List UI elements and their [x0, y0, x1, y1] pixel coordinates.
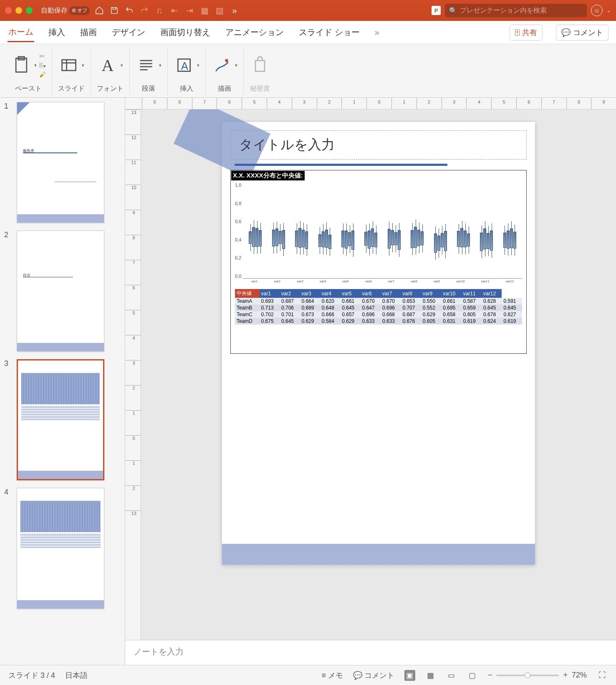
svg-text:A: A	[181, 60, 189, 72]
redo-icon[interactable]	[139, 5, 150, 16]
thumb-number: 3	[4, 359, 13, 480]
group-insert: A ▾ 挿入	[168, 47, 206, 95]
notes-toggle[interactable]: ≡ メモ	[321, 670, 343, 680]
textbox-icon[interactable]: A	[174, 55, 194, 76]
zoom-out-icon[interactable]: −	[488, 671, 492, 680]
subtitle: X.X. XXXX分布と中央値:	[231, 171, 305, 180]
zoom-slider[interactable]	[496, 675, 559, 676]
copy-icon[interactable]: ⎘▾	[39, 62, 46, 69]
group-sensitivity: 秘密度	[244, 47, 276, 95]
autosave-label: 自動保存	[41, 6, 68, 15]
notes-placeholder: ノートを入力	[134, 647, 184, 656]
sorter-view-icon[interactable]: ▦	[425, 670, 436, 681]
tab-design[interactable]: デザイン	[111, 23, 146, 41]
new-slide-icon[interactable]	[58, 55, 79, 76]
share-button[interactable]: ⍐共有	[510, 25, 543, 41]
language[interactable]: 日本語	[65, 670, 88, 680]
ribbon-tabs: ホーム 挿入 描画 デザイン 画面切り替え アニメーション スライド ショー »…	[0, 21, 616, 44]
group-label: 描画	[218, 84, 231, 93]
minimize-window-icon[interactable]	[15, 7, 22, 14]
qat-icon-1[interactable]: ⎌	[154, 5, 165, 16]
slide-dropdown-icon[interactable]: ▾	[82, 63, 84, 68]
group-paragraph: ▾ 段落	[130, 47, 168, 95]
fit-window-icon[interactable]: ⛶	[597, 670, 608, 681]
tab-animations[interactable]: アニメーション	[225, 23, 285, 41]
thumb-number: 2	[4, 231, 13, 352]
tab-slideshow[interactable]: スライド ショー	[298, 23, 361, 41]
undo-icon[interactable]	[124, 5, 135, 16]
editor: 9876543210123456789 13121110987654321012…	[125, 98, 616, 665]
drawing-icon[interactable]	[212, 55, 232, 76]
qat-icon-4[interactable]: ▦	[199, 5, 210, 16]
comment-button[interactable]: 💬コメント	[556, 25, 608, 41]
paste-dropdown-icon[interactable]: ▾	[34, 63, 37, 68]
tabs-more-icon[interactable]: »	[374, 24, 380, 41]
slide-thumbnails[interactable]: 1 報告書 2 目次 3 4	[0, 98, 125, 665]
ruler-vertical[interactable]: 1312111098765432101213	[125, 109, 141, 640]
maximize-window-icon[interactable]	[26, 7, 33, 14]
group-label: 挿入	[180, 84, 193, 93]
paste-icon[interactable]	[11, 55, 32, 76]
cut-icon[interactable]: ✂	[39, 52, 46, 60]
save-icon[interactable]	[109, 5, 120, 16]
group-label: フォント	[97, 84, 124, 93]
ruler-horizontal[interactable]: 9876543210123456789	[125, 98, 616, 109]
tab-transitions[interactable]: 画面切り替え	[159, 23, 211, 41]
thumbnail-slide-4[interactable]	[17, 488, 104, 609]
title-text: タイトルを入力	[239, 136, 335, 154]
qat-icon-2[interactable]: ⇤	[169, 5, 180, 16]
drawing-dropdown-icon[interactable]: ▾	[235, 63, 237, 68]
paragraph-dropdown-icon[interactable]: ▾	[159, 63, 162, 68]
title-placeholder[interactable]: タイトルを入力	[230, 130, 527, 160]
search-input[interactable]: 🔍 プレゼンテーション内を検索	[445, 4, 587, 17]
thumbnail-slide-3[interactable]	[17, 359, 104, 480]
tab-draw[interactable]: 描画	[79, 23, 98, 41]
zoom-control[interactable]: − + 72%	[488, 671, 587, 680]
qat-icon-3[interactable]: ⇥	[184, 5, 195, 16]
qat-more-icon[interactable]: »	[229, 5, 240, 16]
zoom-level[interactable]: 72%	[572, 671, 587, 680]
group-font: A ▾ フォント	[91, 47, 130, 95]
slideshow-view-icon[interactable]: ▢	[467, 670, 478, 681]
window-controls	[5, 7, 33, 14]
svg-point-11	[225, 59, 228, 62]
notes-pane[interactable]: ノートを入力	[125, 640, 616, 665]
autosave-toggle[interactable]: 自動保存 オフ	[41, 6, 90, 15]
title-underline	[235, 164, 447, 166]
font-icon[interactable]: A	[97, 55, 118, 76]
search-icon: 🔍	[449, 7, 457, 15]
format-painter-icon[interactable]: 🖌	[39, 71, 46, 79]
font-dropdown-icon[interactable]: ▾	[121, 63, 123, 68]
normal-view-icon[interactable]: ▣	[404, 670, 415, 681]
thumb-number: 1	[4, 102, 13, 223]
paragraph-icon[interactable]	[136, 55, 157, 76]
close-window-icon[interactable]	[5, 7, 12, 14]
group-label: 秘密度	[250, 84, 270, 93]
home-icon[interactable]	[94, 5, 105, 16]
thumbnail-slide-1[interactable]: 報告書	[17, 102, 104, 223]
titlebar: 自動保存 オフ ⎌ ⇤ ⇥ ▦ ▧ » P 🔍 プレゼンテーション内を検索 ☺ …	[0, 0, 616, 21]
share-icon: ⍐	[515, 28, 520, 37]
chevron-down-icon[interactable]: ⌄	[607, 8, 611, 13]
qat-icon-5[interactable]: ▧	[214, 5, 225, 16]
zoom-in-icon[interactable]: +	[563, 671, 568, 680]
content-box[interactable]: X.X. XXXX分布と中央値: 1,0 0,8 0,6 0,4 0,2 0,0	[230, 170, 527, 354]
group-label: 段落	[142, 84, 155, 93]
insert-dropdown-icon[interactable]: ▾	[197, 63, 199, 68]
slide[interactable]: タイトルを入力 X.X. XXXX分布と中央値: 1,0 0,8 0,6 0	[222, 122, 535, 565]
slide-canvas[interactable]: タイトルを入力 X.X. XXXX分布と中央値: 1,0 0,8 0,6 0	[141, 109, 616, 640]
main-area: 1 報告書 2 目次 3 4	[0, 98, 616, 665]
comments-toggle[interactable]: 💬 コメント	[353, 670, 394, 680]
group-clipboard: ▾ ✂ ⎘▾ 🖌 ペースト	[5, 47, 52, 95]
feedback-icon[interactable]: ☺	[591, 5, 603, 16]
tab-home[interactable]: ホーム	[8, 23, 34, 42]
svg-rect-2	[62, 60, 76, 71]
thumbnail-slide-2[interactable]: 目次	[17, 231, 104, 352]
app-icon: P	[432, 6, 441, 15]
tab-insert[interactable]: 挿入	[48, 23, 66, 41]
data-table: 中央値var1var2var3var4var5var6var7var8var9v…	[235, 289, 522, 325]
search-placeholder: プレゼンテーション内を検索	[460, 6, 547, 15]
reading-view-icon[interactable]: ▭	[446, 670, 457, 681]
comment-icon: 💬	[561, 28, 571, 37]
slide-counter[interactable]: スライド 3 / 4	[8, 670, 55, 680]
